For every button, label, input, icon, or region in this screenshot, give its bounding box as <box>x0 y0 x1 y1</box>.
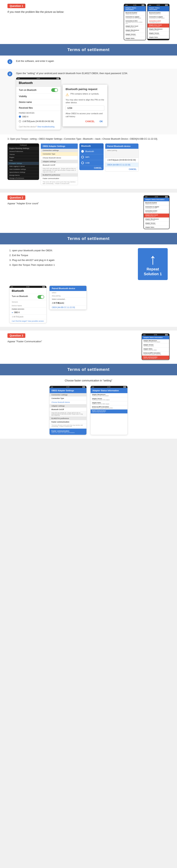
pairing-dialog-text1: PIN contains letters or symbols. <box>70 92 99 95</box>
pairing-cancel-button[interactable]: CANCEL <box>84 119 96 124</box>
step2-number: 2 <box>7 71 12 76</box>
torque-top-bar: TORQUE <box>8 144 39 147</box>
sol-bt-toggle[interactable] <box>37 295 44 299</box>
bt-toggle-label: Turn on Bluetooth <box>19 89 36 91</box>
terms2-item-1: 1. open your bluetooth,unpair the OBDII. <box>9 248 132 253</box>
bluetooth-settings-screen: ●●●12:00▌▌▌ Bluetooth Turn on Bluetooth … <box>16 77 61 130</box>
bt-paired-devices-label: PAIRED DEVICES <box>16 111 60 114</box>
torque-menu-manage[interactable]: Manage Alarms <box>8 174 39 177</box>
device-item-obdii[interactable]: OBDII [AA:BB:CC:11:22:33] <box>105 163 138 167</box>
sol-status-bar: ●●●12:00▌▌▌ <box>9 286 46 288</box>
sol-device2-item[interactable]: OBDII [AA:BB:CC:11:22:33] <box>50 306 86 310</box>
phone-screenshot-2: ●●●12:00▌▌▌ Adapter Status Information B… <box>147 4 170 40</box>
sol-select-label: select <box>50 291 86 294</box>
conn-ecu-row-1: Connection to ECU The adapter fails to b… <box>124 20 146 25</box>
obd2-settings-header: OBD2 Adapter Settings <box>41 144 78 149</box>
torque-menu-pro[interactable]: Manage vPro/Sensors <box>8 177 39 180</box>
sol-find-more[interactable]: Can't find the target? View possible ver… <box>9 319 46 323</box>
conn-wifi-option[interactable]: WiFi <box>79 154 104 160</box>
t3-status-bar1: ●●●12:00▌▌▌ <box>50 386 86 388</box>
device-list-subtitle: select pairing <box>105 149 138 152</box>
step3-text: 3. Open your Torque---setting---OBD2 Ada… <box>7 137 170 141</box>
step3-section: 3. Open your Torque---setting---OBD2 Ada… <box>0 134 177 189</box>
q2-status-bar: ●●●12:00▌▌▌ <box>144 196 169 198</box>
terms3-content: Choose faster communication in "setting"… <box>0 375 177 439</box>
conn-usb-option[interactable]: USB <box>79 160 104 166</box>
device-obd-item[interactable]: OBD II <box>16 114 60 119</box>
torque-menu-plugins[interactable]: Plugins <box>8 156 39 159</box>
device-item-xiaomi[interactable]: 小米手机[auto [34:80:B3:04:5E:58] <box>105 158 138 163</box>
bt-toggle[interactable] <box>51 88 58 92</box>
q3-mpg: Enhanced MPG Calculation Requires OBD2 a… <box>142 351 169 355</box>
torque-menu-data[interactable]: Data Logging & Upload <box>8 165 39 168</box>
error-count-row-2-highlight: Adapter Error Count Error count increase… <box>148 24 169 28</box>
t3-obd2-header: OBD2 Adapter Settings <box>50 388 86 393</box>
t3-bt-on-off[interactable]: Bluetooth On/Off <box>50 408 86 411</box>
terms3-obd2-screen: ●●●12:00▌▌▌ OBD2 Adapter Settings Connec… <box>49 386 86 435</box>
q2-manufacturer: Adapter Manufacturer The firmware make <box>144 218 169 222</box>
bt-find-more-text: Can't find the device? View troubleshoot… <box>16 124 60 130</box>
q3-version: Adapter Version The firmware version <box>142 343 169 347</box>
conn-usb-label: USB <box>85 162 90 164</box>
torque-menu-speech[interactable]: Speech/Alarms Settings <box>8 171 39 174</box>
step1-section: 1 Exit the software, and enter it again <box>0 56 177 69</box>
conn-cancel-btn[interactable]: CANCEL <box>79 166 104 170</box>
conn-adapter-row-1: Connection to adapter Connecting to the … <box>124 16 146 20</box>
bt-visibility-label: Visibility <box>19 95 27 98</box>
terms3-adapter-screen: ●●●12:00▌▌▌ Adapter Status Information A… <box>91 386 128 435</box>
device-xiaomi-name: 小米手机(auto [34:80:B3:04:5E:58] <box>22 120 54 123</box>
obd2-faster-desc: This turns off some comm ports that may … <box>41 181 78 185</box>
sol-obd-device[interactable]: ● OBD II <box>9 310 46 315</box>
device-list-panel: Paired Bluetooth device select pairing 小… <box>105 143 138 172</box>
spacer2 <box>0 327 177 331</box>
status-bar-2: ●●●12:00▌▌▌ <box>148 4 169 6</box>
t3-adapter-header: Adapter Status Information <box>91 388 127 393</box>
bt-received-files-label: Received files <box>19 106 33 109</box>
obd2-bt-on-off[interactable]: Bluetooth On/Off <box>41 163 78 167</box>
sol-obd-name: OBD II <box>14 311 20 313</box>
obd2-choose-device-row[interactable]: Choose bluetooth device <box>41 156 78 160</box>
torque-menu-units[interactable]: Units <box>8 159 39 162</box>
sol-device1-item[interactable]: 小米手機(auto) <box>50 301 86 306</box>
torque-subtitle: Engine Running Settings <box>8 147 39 150</box>
torque-menu-obd2[interactable]: ⚙ Adapter Settings <box>8 162 39 165</box>
sol-bt-toggle-label: Turn on Bluetooth <box>12 295 28 299</box>
conn-wifi-radio <box>81 156 84 158</box>
bt-screen-wrapper: ●●●12:00▌▌▌ Bluetooth Turn on Bluetooth … <box>16 77 170 130</box>
conn-bt-option[interactable]: Bluetooth <box>79 149 104 154</box>
pairing-ok-button[interactable]: OK <box>98 119 104 124</box>
obd2-faster-comm[interactable]: Faster communication <box>41 177 78 181</box>
obd2-conn-type-row[interactable]: Connection Type <box>41 152 78 156</box>
step2-text: Open the "setting" of your android,and s… <box>16 71 170 75</box>
bt-toggle-row: Turn on Bluetooth <box>16 87 60 94</box>
question3-badge: Question 3 <box>7 333 25 338</box>
torque-menu-general[interactable]: General Preferences <box>8 150 39 153</box>
t3-faster-comm-row[interactable]: Faster communication <box>50 420 86 424</box>
intro-section: Question 1 If you meet the problem like … <box>0 0 177 44</box>
conn-type-header: Bluetooth <box>79 143 104 149</box>
device-xiaomi-item[interactable]: 小米手机(auto [34:80:B3:04:5E:58] <box>16 119 60 124</box>
sol-bt-title: Bluetooth <box>9 288 46 294</box>
t3-conn-type[interactable]: Connection Type <box>50 397 86 400</box>
t3-choose-device[interactable]: Choose bluetooth device <box>50 400 86 404</box>
question3-text: Appear "Faster Communication" <box>7 340 136 344</box>
question2-left: Question 2 Appear "Adapter Error count" <box>7 195 138 208</box>
sol-bt-row3: Device Name <box>9 304 46 308</box>
t3-conn-section: Connection settings <box>50 393 86 397</box>
conn-bt-label: Bluetooth <box>85 150 94 152</box>
device-cancel-btn[interactable]: CANCEL <box>105 167 138 172</box>
t3-adapter-section: Adapter settings <box>50 404 86 408</box>
bt-device-name-label: Device name <box>19 101 32 103</box>
question1-badge: Question 1 <box>7 4 25 8</box>
torque-menu-dash[interactable]: Dash Installation settings <box>8 168 39 171</box>
obd2-settings-panel: OBD2 Adapter Settings Connection setting… <box>41 143 78 185</box>
pairing-pin-input[interactable] <box>66 105 104 111</box>
step1-content: Exit the software, and enter it again <box>16 59 170 65</box>
bt-screen-title: Bluetooth <box>16 80 60 87</box>
torque-menu-themes[interactable]: Themes <box>8 153 39 156</box>
sol-xiaomi-device[interactable]: 小米手机(auto <box>9 315 46 319</box>
q3-manufacturer: Adapter Manufacturer The firmware make o… <box>142 339 169 343</box>
pairing-dialog-text3: Allow OBD2 to access your contacts and c… <box>66 112 104 118</box>
terms2-list-wrapper: 1. open your bluetooth,unpair the OBDII.… <box>9 248 132 268</box>
pairing-dialog: Bluetooth pairing request ⚠ PIN contains… <box>62 85 107 127</box>
